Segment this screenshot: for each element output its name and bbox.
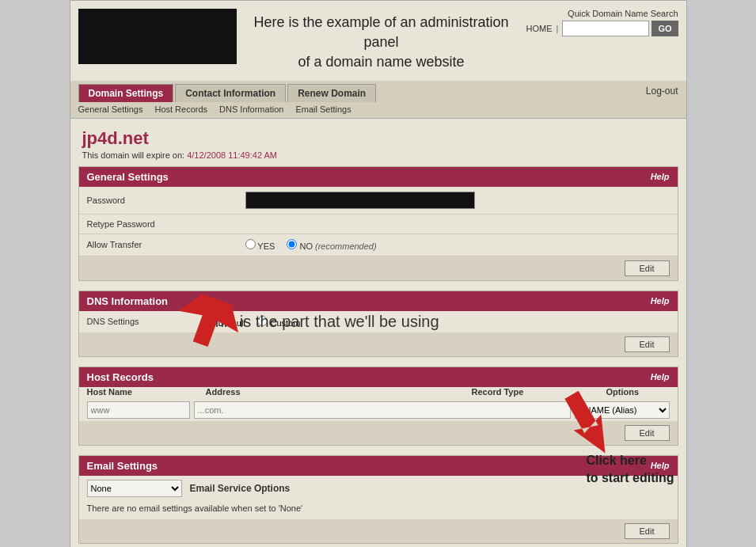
email-settings-help[interactable]: Help xyxy=(651,461,670,470)
host-records-header: Host Records Help xyxy=(79,367,678,387)
dns-information-footer: Edit xyxy=(79,332,678,356)
sub-nav-general-settings[interactable]: General Settings xyxy=(78,104,143,114)
email-note: There are no email settings available wh… xyxy=(79,501,678,519)
dns-information-title: DNS Information xyxy=(87,295,169,307)
tab-renew-domain[interactable]: Renew Domain xyxy=(287,84,376,102)
default-radio[interactable] xyxy=(206,316,216,326)
email-settings-section: Email Settings Help None Google Apps Oth… xyxy=(78,455,678,544)
password-row: Password xyxy=(79,187,678,215)
password-label: Password xyxy=(87,196,245,205)
col-header-options: Options xyxy=(606,387,670,397)
record-type-select[interactable]: CNAME (Alias) A (Address) MX (Mail) xyxy=(575,401,670,419)
quick-search-area: Quick Domain Name Search HOME | GO xyxy=(526,9,678,36)
host-record-row: CNAME (Alias) A (Address) MX (Mail) xyxy=(79,399,678,421)
general-settings-section: General Settings Help Password Retype Pa… xyxy=(78,166,678,281)
general-settings-footer: Edit xyxy=(79,256,678,280)
retype-password-label: Retype Password xyxy=(87,219,245,229)
custom-radio[interactable] xyxy=(257,316,268,326)
domain-title-section: jp4d.net This domain will expire on: 4/1… xyxy=(70,119,686,166)
password-box xyxy=(245,192,475,209)
default-radio-label[interactable]: Default xyxy=(206,316,246,328)
general-settings-title: General Settings xyxy=(87,171,169,183)
tab-domain-settings[interactable]: Domain Settings xyxy=(78,84,174,102)
expire-date-link[interactable]: 4/12/2008 11:49:42 AM xyxy=(187,150,277,160)
email-settings-title: Email Settings xyxy=(87,460,158,472)
yes-radio[interactable] xyxy=(245,239,256,249)
search-input[interactable] xyxy=(562,21,649,36)
dns-information-help[interactable]: Help xyxy=(651,296,670,306)
custom-radio-label[interactable]: Custom xyxy=(257,316,300,328)
dns-settings-row: DNS Settings Default Custom xyxy=(79,311,678,332)
dns-information-header: DNS Information Help xyxy=(79,291,678,311)
general-settings-header: General Settings Help xyxy=(79,167,678,187)
quick-search-label: Quick Domain Name Search xyxy=(568,9,678,18)
address-input[interactable] xyxy=(194,401,571,419)
sub-nav-dns-information[interactable]: DNS Information xyxy=(219,104,283,114)
col-header-recordtype: Record Type xyxy=(472,387,606,397)
allow-transfer-row: Allow Transfer YES NO (recommended) xyxy=(79,234,678,256)
email-settings-header: Email Settings Help xyxy=(79,456,678,476)
host-records-section: Host Records Help Host Name Address Reco… xyxy=(78,367,678,446)
email-settings-edit-button[interactable]: Edit xyxy=(625,523,670,539)
col-header-address: Address xyxy=(206,387,472,397)
sub-nav-host-records[interactable]: Host Records xyxy=(154,104,207,114)
email-options-label: Email Service Options xyxy=(190,483,291,494)
hostname-input[interactable] xyxy=(87,401,190,419)
host-records-footer: Edit xyxy=(79,421,678,445)
host-records-title: Host Records xyxy=(87,371,154,383)
sub-nav-email-settings[interactable]: Email Settings xyxy=(295,104,351,114)
domain-name: jp4d.net xyxy=(82,128,674,149)
logout-link[interactable]: Log-out xyxy=(646,85,678,100)
email-service-select[interactable]: None Google Apps Other xyxy=(87,480,182,497)
logo xyxy=(78,9,237,64)
dns-information-section: DNS Information Help This is the part th… xyxy=(78,291,678,357)
col-header-hostname: Host Name xyxy=(87,387,206,397)
dns-information-edit-button[interactable]: Edit xyxy=(625,336,670,352)
home-link[interactable]: HOME xyxy=(526,24,553,33)
no-radio[interactable] xyxy=(287,239,297,249)
expire-text: This domain will expire on: 4/12/2008 11… xyxy=(82,150,674,160)
go-button[interactable]: GO xyxy=(652,21,678,36)
tab-contact-information[interactable]: Contact Information xyxy=(175,84,286,102)
header-title: Here is the example of an administration… xyxy=(237,9,526,77)
host-records-help[interactable]: Help xyxy=(651,372,670,382)
allow-transfer-label: Allow Transfer xyxy=(87,240,245,249)
host-records-col-headers: Host Name Address Record Type Options xyxy=(79,387,678,399)
yes-radio-label[interactable]: YES xyxy=(245,239,275,251)
dns-settings-label: DNS Settings xyxy=(87,317,206,326)
host-records-edit-button[interactable]: Edit xyxy=(625,425,670,441)
email-settings-footer: Edit xyxy=(79,519,678,543)
email-service-row: None Google Apps Other Email Service Opt… xyxy=(79,476,678,501)
nav-tabs: Domain Settings Contact Information Rene… xyxy=(70,81,686,102)
retype-password-row: Retype Password xyxy=(79,215,678,234)
general-settings-edit-button[interactable]: Edit xyxy=(625,260,670,276)
general-settings-help[interactable]: Help xyxy=(651,172,670,181)
recommended-text: (recommended) xyxy=(315,241,377,251)
no-radio-label[interactable]: NO (recommended) xyxy=(287,239,376,251)
sub-nav: General Settings Host Records DNS Inform… xyxy=(70,102,686,119)
